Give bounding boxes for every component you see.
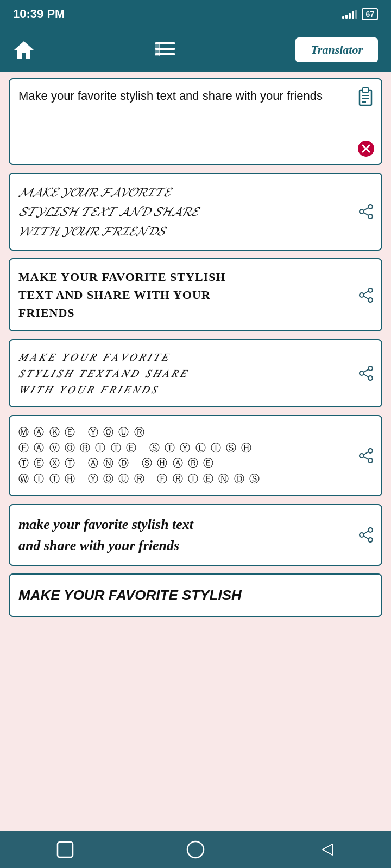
- svg-line-32: [364, 452, 368, 455]
- home-circle-button[interactable]: [186, 840, 205, 859]
- style-text-1: 𝓜𝓐𝓚𝓔 𝓨𝓞𝓤𝓡 𝓕𝓐𝓥𝓞𝓡𝓘𝓣𝓔𝓢𝓣𝓨𝓛𝓘𝓢𝓗 𝓣𝓔𝓧𝓣 𝓐𝓝𝓓 𝓢𝓗𝓐𝓡𝓔…: [18, 182, 373, 241]
- share-button-3[interactable]: [358, 366, 374, 381]
- battery-indicator: 67: [362, 8, 378, 20]
- status-time: 10:39 PM: [13, 7, 65, 21]
- style-text-2: MAKE YOUR FAVORITE STYLISHTEXT AND SHARE…: [18, 268, 373, 322]
- svg-point-21: [368, 298, 373, 302]
- svg-point-29: [368, 449, 373, 453]
- share-button-4[interactable]: [358, 448, 374, 463]
- svg-point-30: [360, 454, 364, 458]
- svg-point-31: [368, 458, 373, 463]
- svg-point-25: [360, 371, 364, 375]
- svg-line-37: [364, 531, 368, 534]
- svg-point-40: [187, 841, 204, 858]
- status-right: 67: [342, 8, 378, 20]
- share-button-2[interactable]: [358, 288, 374, 303]
- style-text-4: Ⓜ Ⓐ Ⓚ Ⓔ Ⓨ Ⓞ Ⓤ Ⓡ Ⓕ Ⓐ Ⓥ Ⓞ Ⓡ Ⓘ Ⓣ Ⓔ Ⓢ Ⓣ Ⓨ Ⓛ …: [18, 425, 373, 487]
- main-content: Make your favorite stylish text and shar…: [0, 72, 391, 831]
- svg-point-15: [360, 209, 364, 214]
- top-nav: Translator: [0, 28, 391, 72]
- svg-rect-4: [155, 43, 160, 56]
- back-button[interactable]: [317, 841, 335, 858]
- svg-line-18: [364, 213, 368, 215]
- style-text-3: 𝑀𝐴𝐾𝐸 𝑌𝑂𝑈𝑅 𝐹𝐴𝑉𝑂𝑅𝐼𝑇𝐸𝑆𝑇𝑌𝐿𝐼𝑆𝐻 𝑇𝐸𝑋𝑇𝐴𝑁𝐷 𝑆𝐻𝐴𝑅𝐸𝑊…: [18, 349, 373, 398]
- input-text: Make your favorite stylish text and shar…: [18, 88, 345, 105]
- svg-point-19: [368, 288, 373, 292]
- clipboard-icon[interactable]: [357, 87, 374, 106]
- style-card-5: make your favorite stylish textand share…: [9, 504, 382, 566]
- svg-line-33: [364, 457, 368, 459]
- style-card-1: 𝓜𝓐𝓚𝓔 𝓨𝓞𝓤𝓡 𝓕𝓐𝓥𝓞𝓡𝓘𝓣𝓔𝓢𝓣𝓨𝓛𝓘𝓢𝓗 𝓣𝓔𝓧𝓣 𝓐𝓝𝓓 𝓢𝓗𝓐𝓡𝓔…: [9, 173, 382, 251]
- svg-line-27: [364, 369, 368, 372]
- style-card-2: MAKE YOUR FAVORITE STYLISHTEXT AND SHARE…: [9, 258, 382, 331]
- svg-rect-39: [58, 842, 73, 857]
- share-button-5[interactable]: [358, 527, 374, 542]
- svg-point-36: [368, 538, 373, 542]
- svg-point-20: [360, 293, 364, 297]
- svg-line-17: [364, 208, 368, 210]
- style-card-4: Ⓜ Ⓐ Ⓚ Ⓔ Ⓨ Ⓞ Ⓤ Ⓡ Ⓕ Ⓐ Ⓥ Ⓞ Ⓡ Ⓘ Ⓣ Ⓔ Ⓢ Ⓣ Ⓨ Ⓛ …: [9, 415, 382, 496]
- home-button[interactable]: [13, 40, 35, 60]
- svg-marker-0: [14, 41, 34, 59]
- svg-line-38: [364, 536, 368, 539]
- svg-marker-41: [323, 844, 332, 855]
- svg-point-16: [368, 214, 373, 219]
- bottom-nav: [0, 831, 391, 868]
- svg-line-23: [364, 296, 368, 299]
- style-text-6: MAKE YOUR FAVORITE STYLISH: [18, 585, 373, 606]
- status-bar: 10:39 PM 67: [0, 0, 391, 28]
- style-card-3: 𝑀𝐴𝐾𝐸 𝑌𝑂𝑈𝑅 𝐹𝐴𝑉𝑂𝑅𝐼𝑇𝐸𝑆𝑇𝑌𝐿𝐼𝑆𝐻 𝑇𝐸𝑋𝑇𝐴𝑁𝐷 𝑆𝐻𝐴𝑅𝐸𝑊…: [9, 339, 382, 407]
- svg-point-26: [368, 376, 373, 380]
- svg-point-14: [368, 205, 373, 209]
- share-button-1[interactable]: [358, 204, 374, 219]
- menu-button[interactable]: [155, 41, 175, 59]
- clear-button[interactable]: [357, 140, 375, 157]
- svg-line-22: [364, 291, 368, 294]
- back-square-button[interactable]: [56, 841, 74, 858]
- svg-point-24: [368, 366, 373, 371]
- input-card: Make your favorite stylish text and shar…: [9, 78, 382, 165]
- svg-line-28: [364, 374, 368, 377]
- style-card-6: MAKE YOUR FAVORITE STYLISH: [9, 573, 382, 617]
- svg-point-34: [368, 528, 373, 532]
- style-text-5: make your favorite stylish textand share…: [18, 514, 373, 556]
- translator-button[interactable]: Translator: [295, 37, 378, 62]
- svg-rect-7: [362, 88, 369, 92]
- signal-icon: [342, 9, 357, 19]
- svg-point-35: [360, 533, 364, 537]
